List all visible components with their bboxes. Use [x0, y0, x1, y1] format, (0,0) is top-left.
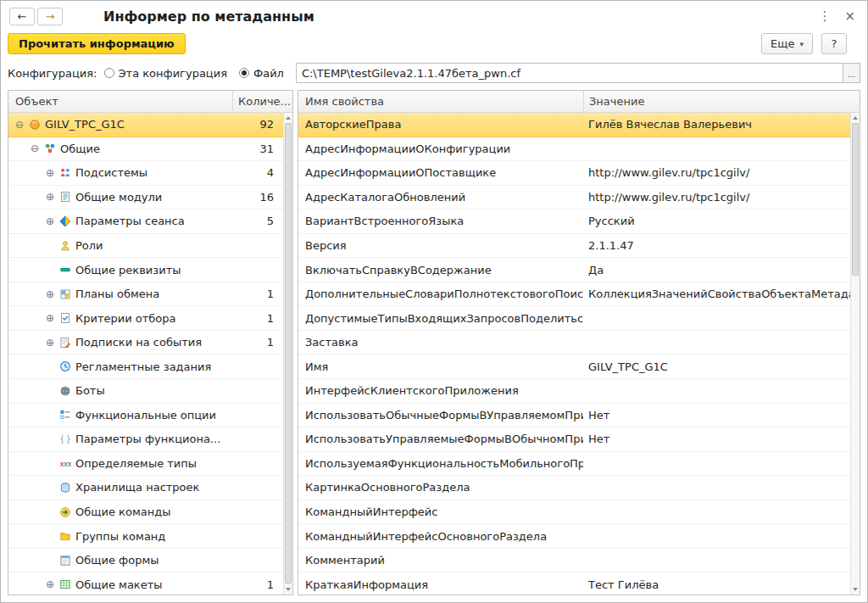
- tree-label: Боты: [75, 384, 105, 397]
- tree-expander-icon[interactable]: ⊕: [46, 337, 59, 349]
- tree-expander-icon[interactable]: ⊖: [31, 142, 44, 154]
- tree-label: Регламентные задания: [75, 360, 211, 373]
- tree-expander-icon[interactable]: ⊕: [46, 215, 59, 227]
- read-information-button[interactable]: Прочитать информацию: [8, 33, 186, 54]
- tree-count: 5: [223, 215, 283, 227]
- functional-option-parameters-icon: [59, 433, 75, 445]
- column-header-count[interactable]: Количе...: [232, 91, 292, 112]
- more-button[interactable]: Еще ▾: [761, 33, 813, 54]
- tree-row[interactable]: ⊕ Общие модули 16: [8, 186, 283, 210]
- tree-row[interactable]: Общие команды: [8, 500, 283, 525]
- common-commands-icon: [59, 506, 75, 518]
- scroll-down-icon[interactable]: [851, 584, 860, 595]
- configuration-label: Конфигурация:: [8, 67, 97, 80]
- tree-body: ⊖ GILV_TPC_G1C 92 ⊖ Общие 31 ⊕ Подсистем…: [8, 113, 283, 595]
- property-row[interactable]: КомандныйИнтерфейсОсновногоРаздела: [298, 524, 850, 549]
- tree-row[interactable]: Параметры функциона...: [8, 427, 283, 452]
- app-window: ← → Информер по метаданным ⋮ × Прочитать…: [0, 0, 868, 603]
- close-icon[interactable]: ×: [844, 8, 855, 24]
- property-row[interactable]: АдресКаталогаОбновлений http://www.gilev…: [298, 186, 850, 210]
- more-menu-icon[interactable]: ⋮: [818, 8, 831, 24]
- tree-row[interactable]: ⊖ Общие 31: [8, 137, 283, 162]
- tree-row[interactable]: Регламентные задания: [8, 355, 283, 379]
- radio-file[interactable]: Файл: [239, 67, 284, 80]
- property-row[interactable]: Версия 2.1.1.47: [298, 234, 850, 259]
- tree-row[interactable]: ⊕ Подсистемы 4: [8, 161, 283, 186]
- file-path-input[interactable]: C:\TEMP\testGileva2.1.1.47бета_pwn.cf: [296, 63, 843, 83]
- tree-row[interactable]: Хранилища настроек: [8, 476, 283, 500]
- property-name: АвторскиеПрава: [298, 118, 583, 131]
- event-subscriptions-icon: [59, 337, 75, 349]
- property-row[interactable]: ИнтерфейсКлиентскогоПриложения: [298, 379, 850, 404]
- property-value: 2.1.1.47: [583, 239, 850, 252]
- forward-button[interactable]: →: [37, 8, 63, 25]
- tree-row[interactable]: xxx Определяемые типы: [8, 452, 283, 477]
- property-row[interactable]: ВариантВстроенногоЯзыка Русский: [298, 209, 850, 234]
- tree-indent: [15, 463, 46, 464]
- column-header-property-name[interactable]: Имя свойства: [298, 91, 583, 112]
- property-row[interactable]: ДопустимыеТипыВходящихЗапросовПоделиться: [298, 306, 850, 331]
- tree-label: Хранилища настроек: [75, 481, 199, 494]
- property-row[interactable]: Заставка: [298, 331, 850, 355]
- property-row[interactable]: Имя GILV_TPC_G1C: [298, 355, 850, 379]
- property-row[interactable]: ДополнительныеСловариПолнотекстовогоПоис…: [298, 282, 850, 307]
- property-row[interactable]: АдресИнформацииОПоставщике http://www.gi…: [298, 161, 850, 186]
- radio-this-configuration[interactable]: Эта конфигурация: [104, 67, 227, 80]
- property-row[interactable]: ИспользоватьУправляемыеФормыВОбычномПрил…: [298, 427, 850, 452]
- properties-scroll-thumb[interactable]: [852, 123, 859, 276]
- property-row[interactable]: АвторскиеПрава Гилёв Вячеслав Валерьевич: [298, 113, 850, 137]
- tree-row[interactable]: Боты: [8, 379, 283, 404]
- toolbar: Прочитать информацию Еще ▾ ?: [1, 31, 867, 59]
- tree-label: Общие формы: [75, 554, 159, 567]
- tree-row[interactable]: ⊕ Критерии отбора 1: [8, 306, 283, 331]
- property-name: АдресКаталогаОбновлений: [298, 191, 583, 204]
- tree-expander-icon[interactable]: ⊕: [46, 167, 59, 179]
- tree-label: Определяемые типы: [75, 457, 197, 470]
- column-header-value[interactable]: Значение: [583, 91, 860, 112]
- tree-row[interactable]: ⊕ Подписки на события 1: [8, 331, 283, 355]
- scroll-up-icon[interactable]: [284, 113, 292, 123]
- scroll-up-icon[interactable]: [851, 113, 860, 123]
- back-arrow-icon: ←: [18, 10, 27, 23]
- property-name: КомандныйИнтерфейсОсновногоРаздела: [298, 530, 583, 543]
- tree-expander-icon[interactable]: ⊖: [15, 119, 29, 131]
- property-row[interactable]: КомандныйИнтерфейс: [298, 500, 850, 525]
- tree-scroll-thumb[interactable]: [285, 123, 292, 583]
- tree-scrollbar[interactable]: [283, 113, 292, 595]
- tree-cell: ⊕ Подписки на события: [8, 336, 223, 349]
- tree-count: 1: [223, 578, 283, 591]
- tree-row[interactable]: ⊕ Планы обмена 1: [8, 282, 283, 307]
- scroll-down-icon[interactable]: [284, 584, 292, 595]
- tree-expander-icon[interactable]: ⊕: [46, 578, 59, 590]
- property-row[interactable]: КартинкаОсновногоРаздела: [298, 476, 850, 500]
- property-row[interactable]: Комментарий: [298, 549, 850, 573]
- property-row[interactable]: ИспользоватьОбычныеФормыВУправляемомПрил…: [298, 404, 850, 428]
- property-value: http://www.gilev.ru/tpc1cgilv/: [583, 166, 850, 179]
- property-row[interactable]: КраткаяИнформация Тест Гилёва: [298, 572, 850, 595]
- browse-button[interactable]: ...: [843, 63, 860, 83]
- tree-row[interactable]: Общие формы: [8, 549, 283, 573]
- tree-expander-icon[interactable]: ⊕: [46, 191, 59, 203]
- tree-row[interactable]: ⊕ Общие макеты 1: [8, 572, 283, 595]
- tree-row[interactable]: Функциональные опции: [8, 404, 283, 428]
- properties-scrollbar[interactable]: [850, 113, 860, 595]
- tree-row[interactable]: ⊕ Параметры сеанса 5: [8, 209, 283, 234]
- tree-expander-icon[interactable]: ⊕: [46, 312, 59, 324]
- tree-expander-icon[interactable]: ⊕: [46, 288, 59, 300]
- property-name: КартинкаОсновногоРаздела: [298, 481, 583, 494]
- tree-row[interactable]: Роли: [8, 234, 283, 259]
- back-button[interactable]: ←: [9, 8, 35, 25]
- tree-row[interactable]: Общие реквизиты: [8, 258, 283, 282]
- property-row[interactable]: ИспользуемаяФункциональностьМобильногоПр…: [298, 452, 850, 477]
- tree-row[interactable]: ⊖ GILV_TPC_G1C 92: [8, 113, 283, 137]
- help-button[interactable]: ?: [821, 33, 847, 54]
- property-row[interactable]: ВключатьСправкуВСодержание Да: [298, 258, 850, 282]
- property-name: ИнтерфейсКлиентскогоПриложения: [298, 384, 583, 397]
- tree-cell: Регламентные задания: [8, 360, 223, 373]
- tree-label: Критерии отбора: [75, 312, 176, 325]
- common-icon: [44, 142, 60, 154]
- column-header-object[interactable]: Объект: [8, 91, 232, 112]
- tree-row[interactable]: Группы команд: [8, 524, 283, 549]
- tree-cell: Боты: [8, 384, 223, 397]
- property-row[interactable]: АдресИнформацииОКонфигурации: [298, 137, 850, 162]
